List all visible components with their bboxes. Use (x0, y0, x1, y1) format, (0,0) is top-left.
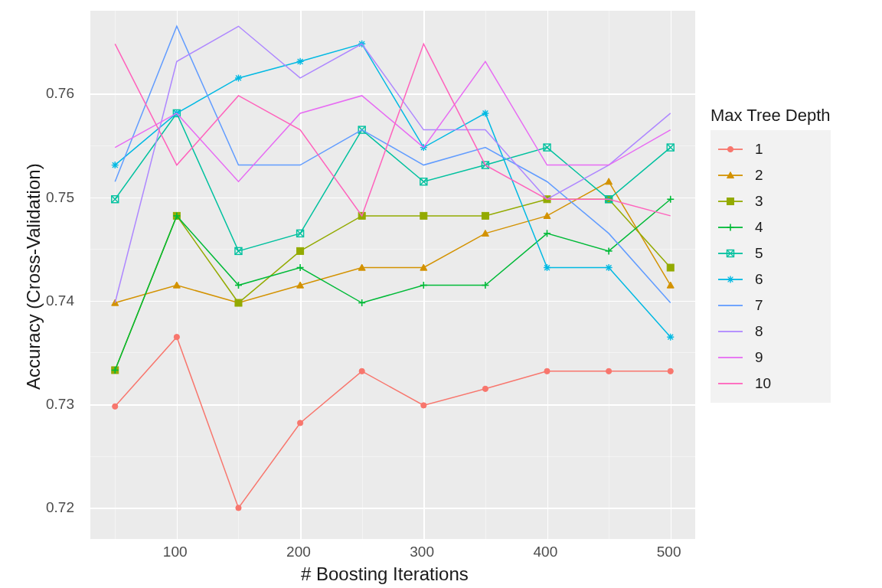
svg-point-8 (606, 368, 612, 374)
x-tick-label: 200 (286, 544, 311, 560)
legend: Max Tree Depth 12345678910 (710, 106, 831, 403)
legend-label: 5 (755, 245, 763, 262)
svg-point-3 (297, 420, 302, 426)
series-10 (115, 44, 671, 216)
legend-item-6: 6 (717, 266, 823, 292)
legend-swatch-icon (717, 243, 744, 264)
legend-items: 12345678910 (710, 130, 831, 403)
y-tick-label: 0.74 (46, 292, 74, 309)
legend-swatch-icon (717, 321, 744, 342)
legend-swatch-icon (717, 269, 744, 290)
svg-rect-22 (235, 299, 242, 306)
svg-point-6 (482, 386, 488, 391)
plot-panel (90, 11, 695, 539)
svg-point-9 (668, 368, 673, 374)
legend-title: Max Tree Depth (710, 106, 831, 126)
legend-swatch-icon (717, 217, 744, 238)
svg-point-4 (359, 368, 364, 374)
svg-point-41 (727, 146, 733, 152)
svg-marker-11 (173, 282, 180, 288)
svg-rect-25 (420, 212, 427, 219)
svg-point-0 (113, 403, 118, 409)
legend-label: 4 (755, 219, 763, 236)
legend-swatch-icon (717, 295, 744, 316)
svg-rect-45 (727, 198, 734, 205)
legend-label: 9 (755, 349, 763, 366)
svg-rect-29 (667, 264, 674, 271)
legend-item-1: 1 (717, 136, 823, 162)
legend-label: 2 (755, 167, 763, 184)
legend-item-10: 10 (717, 371, 823, 397)
x-tick-label: 300 (410, 544, 434, 560)
legend-swatch-icon (717, 165, 744, 186)
legend-item-7: 7 (717, 292, 823, 318)
series-5 (115, 113, 671, 251)
svg-point-2 (236, 505, 241, 511)
legend-label: 10 (755, 375, 771, 392)
svg-rect-23 (297, 247, 304, 254)
legend-item-3: 3 (717, 188, 823, 214)
series-9 (115, 61, 671, 181)
y-axis-title: Accuracy (Cross-Validation) (23, 163, 44, 390)
legend-swatch-icon (717, 139, 744, 160)
legend-label: 7 (755, 297, 763, 314)
legend-item-8: 8 (717, 318, 823, 345)
x-tick-label: 100 (163, 544, 188, 560)
y-tick-label: 0.76 (46, 85, 74, 102)
legend-swatch-icon (717, 191, 744, 212)
legend-swatch-icon (717, 373, 744, 394)
svg-marker-17 (544, 212, 550, 218)
legend-label: 1 (755, 141, 763, 158)
svg-point-5 (421, 403, 426, 408)
y-tick-label: 0.73 (46, 396, 74, 413)
svg-marker-18 (606, 178, 612, 185)
series-3 (115, 199, 671, 370)
plot-svg (90, 11, 695, 539)
svg-point-1 (174, 335, 179, 340)
y-tick-label: 0.75 (46, 189, 74, 206)
x-tick-label: 400 (534, 544, 558, 560)
series-4 (115, 199, 671, 370)
svg-point-7 (544, 368, 550, 374)
legend-swatch-icon (717, 347, 744, 368)
x-tick-label: 500 (657, 544, 681, 560)
legend-label: 8 (755, 323, 763, 340)
legend-item-2: 2 (717, 162, 823, 188)
legend-item-5: 5 (717, 240, 823, 266)
legend-item-9: 9 (717, 345, 823, 371)
x-axis-title: # Boosting Iterations (301, 564, 469, 585)
legend-item-4: 4 (717, 214, 823, 240)
legend-label: 3 (755, 193, 763, 210)
chart-stage: # Boosting Iterations Accuracy (Cross-Va… (0, 0, 882, 588)
legend-label: 6 (755, 271, 763, 288)
svg-rect-26 (482, 212, 488, 219)
series-1 (115, 337, 671, 508)
svg-marker-19 (667, 282, 674, 288)
y-tick-label: 0.72 (46, 499, 74, 516)
